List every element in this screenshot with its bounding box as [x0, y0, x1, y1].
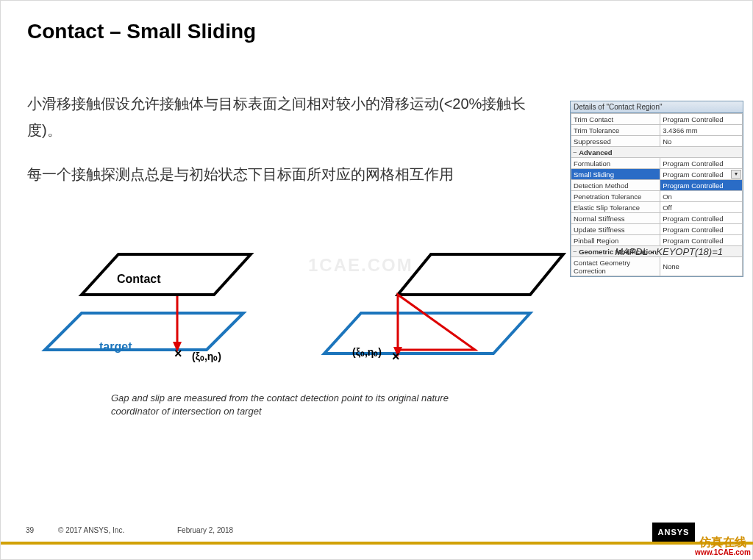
property-value: Program Controlled [660, 213, 743, 224]
property-value: None [660, 257, 743, 276]
panel-title: Details of "Contact Region" [571, 101, 743, 113]
property-key: Update Stiffness [571, 224, 660, 235]
coordinate-label-2: (ξ₀,η₀) [352, 346, 382, 358]
table-row: Advanced [571, 147, 743, 158]
paragraph-1: 小滑移接触假设允许接触体与目标表面之间相对较小的滑移运动(<20%接触长度)。 [27, 90, 557, 143]
diagram-left: × Contact target (ξ₀,η₀) [23, 243, 288, 390]
table-row: Contact Geometry CorrectionNone [571, 257, 743, 276]
table-row: SuppressedNo [571, 136, 743, 147]
table-row: FormulationProgram Controlled [571, 158, 743, 169]
footer-date: February 2, 2018 [177, 526, 233, 534]
property-key: Contact Geometry Correction [571, 257, 660, 276]
diagram-caption: Gap and slip are measured from the conta… [111, 392, 493, 418]
svg-marker-1 [82, 254, 251, 295]
property-key: Pinball Region [571, 235, 660, 246]
property-value: Program Controlled [660, 180, 743, 191]
copyright: © 2017 ANSYS, Inc. [58, 526, 124, 534]
property-key: Small Sliding [571, 169, 660, 180]
svg-marker-0 [45, 313, 243, 350]
property-key: Normal Stiffness [571, 213, 660, 224]
table-row: Update StiffnessProgram Controlled [571, 224, 743, 235]
property-value: 3.4366 mm [660, 125, 743, 136]
site-url: www.1CAE.com [695, 548, 751, 556]
property-key: Detection Method [571, 180, 660, 191]
page-number: 39 [26, 526, 34, 534]
table-row: Normal StiffnessProgram Controlled [571, 213, 743, 224]
accent-bar [1, 542, 753, 545]
table-row: Trim Tolerance3.4366 mm [571, 125, 743, 136]
property-value: Program Controlled [660, 158, 743, 169]
slide-title: Contact – Small Sliding [27, 20, 256, 43]
property-value[interactable]: Program Controlled▾ [660, 169, 743, 180]
table-row: Elastic Slip ToleranceOff [571, 202, 743, 213]
diagram-right: × (ξ₀,η₀) [310, 243, 574, 390]
property-value: Program Controlled [660, 224, 743, 235]
panel-note: MAPDL - KEYOPT(18)=1 [615, 246, 723, 257]
label-contact: Contact [117, 273, 161, 286]
property-key: Suppressed [571, 136, 660, 147]
property-key: Penetration Tolerance [571, 191, 660, 202]
ansys-logo: ANSYS [652, 523, 695, 542]
section-header: Advanced [571, 147, 743, 158]
site-cn: 仿真在线 [695, 536, 751, 548]
property-value: No [660, 136, 743, 147]
property-key: Formulation [571, 158, 660, 169]
label-target: target [99, 340, 132, 353]
chevron-down-icon[interactable]: ▾ [731, 170, 741, 179]
property-key: Trim Contact [571, 114, 660, 125]
property-value: Program Controlled [660, 114, 743, 125]
svg-text:×: × [174, 346, 182, 361]
site-badge: 仿真在线 www.1CAE.com [695, 536, 751, 556]
paragraph-2: 每一个接触探测点总是与初始状态下目标面所对应的网格相互作用 [27, 161, 557, 187]
property-value: Off [660, 202, 743, 213]
svg-text:×: × [392, 349, 400, 364]
property-key: Trim Tolerance [571, 125, 660, 136]
property-value: On [660, 191, 743, 202]
table-row: Detection MethodProgram Controlled [571, 180, 743, 191]
table-row: Trim ContactProgram Controlled [571, 114, 743, 125]
property-value: Program Controlled [660, 235, 743, 246]
table-row: Small SlidingProgram Controlled▾ [571, 169, 743, 180]
svg-marker-7 [398, 295, 475, 350]
svg-marker-6 [398, 254, 563, 295]
coordinate-label-1: (ξ₀,η₀) [192, 351, 221, 362]
table-row: Pinball RegionProgram Controlled [571, 235, 743, 246]
property-key: Elastic Slip Tolerance [571, 202, 660, 213]
table-row: Penetration ToleranceOn [571, 191, 743, 202]
